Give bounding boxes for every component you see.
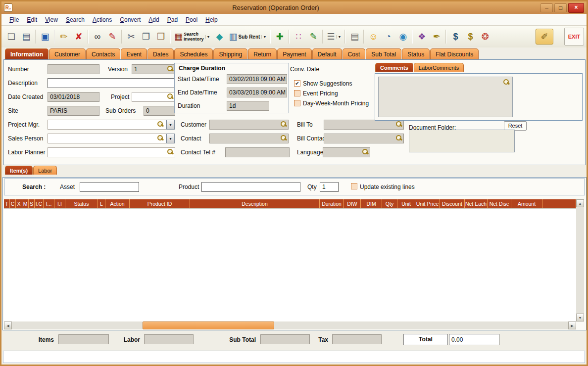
tab-default[interactable]: Default [312,48,342,59]
col-product-id[interactable]: Product ID [130,199,190,208]
duration-field[interactable]: 1d [227,101,269,111]
contact-field[interactable] [209,134,289,143]
close-button[interactable]: × [568,3,584,13]
print-button[interactable]: ▤ [19,28,34,45]
scroll-down-button[interactable]: ▼ [576,314,584,321]
menu-pool[interactable]: Pool [182,15,201,25]
tab-flat-discounts[interactable]: Flat Discounts [430,48,479,59]
stack-button[interactable]: ☰ ▼ [325,28,343,45]
version-search-magnifier-icon[interactable] [167,65,174,73]
menu-edit[interactable]: Edit [23,15,41,25]
books-button[interactable]: ❖ [414,28,429,45]
contact-search-magnifier-icon[interactable] [280,135,288,142]
col-net-disc[interactable]: Net Disc [488,199,511,208]
people-gears-button[interactable]: ❂ [478,28,492,45]
menu-file[interactable]: File [5,15,23,25]
col-idots[interactable]: I... [44,199,54,208]
project-mgr-field[interactable] [48,120,166,130]
col-m[interactable]: M [22,199,29,208]
col-duration[interactable]: Duration [320,199,344,208]
tab-return[interactable]: Return [248,48,277,59]
col-net-each[interactable]: Net Each [465,199,488,208]
number-field[interactable] [48,64,99,74]
search-inventory-button[interactable]: ▦ Search Inventory ▼ [172,28,212,45]
bill-to-search-magnifier-icon[interactable] [395,121,403,128]
bill-to-field[interactable] [324,120,404,130]
tab-event[interactable]: Event [121,48,147,59]
col-discount[interactable]: Discount [440,199,465,208]
col-diw[interactable]: DIW [344,199,361,208]
menu-view[interactable]: View [41,15,62,25]
tab-sub-total[interactable]: Sub Total [366,48,401,59]
document-folder-textarea[interactable] [409,130,515,152]
col-x[interactable]: X [16,199,22,208]
product-search-input[interactable] [201,182,300,192]
col-unit[interactable]: Unit [397,199,415,208]
project-search-magnifier-icon[interactable] [167,93,174,100]
menu-pad[interactable]: Pad [163,15,182,25]
delete-button[interactable]: ✘ [71,28,86,45]
menu-add[interactable]: Add [145,15,163,25]
project-mgr-dropdown-button[interactable]: ▼ [166,120,175,130]
tab-contacts[interactable]: Contacts [86,48,120,59]
contact-tel-field[interactable] [225,147,290,157]
chevron-down-icon[interactable]: ▼ [261,35,266,39]
wand-button[interactable]: ✐ [536,29,553,45]
tab-labor[interactable]: Labor [33,166,57,175]
bill-contact-field[interactable] [324,134,404,143]
col-action[interactable]: Action [105,199,130,208]
spheres-button[interactable]: ∷ [291,28,306,45]
shapes-button[interactable]: ◆ [212,28,227,45]
exit-button[interactable]: EXIT [564,28,584,46]
col-l[interactable]: L [98,199,105,208]
col-amount[interactable]: Amount [511,199,542,208]
tab-information[interactable]: Information [5,48,49,59]
start-datetime-field[interactable]: 03/02/2018 09:00 AM [227,74,287,84]
grid-body[interactable] [4,208,576,321]
update-existing-lines-checkbox[interactable] [351,183,357,189]
sub-rent-button[interactable]: ▥ Sub Rent ▼ [227,28,268,45]
labor-planner-search-magnifier-icon[interactable] [167,148,174,156]
menu-help[interactable]: Help [201,15,222,25]
tab-labor-comments[interactable]: LaborComments [414,63,464,72]
col-description[interactable]: Description [190,199,320,208]
col-ic[interactable]: I.C [35,199,44,208]
edit-button[interactable]: ✏ [56,28,71,45]
chevron-down-icon[interactable]: ▼ [336,35,341,39]
col-ii[interactable]: I.I [54,199,65,208]
col-qty[interactable]: Qty [382,199,397,208]
tab-items[interactable]: Item(s) [5,166,33,175]
menu-convert[interactable]: Convert [116,15,145,25]
col-c[interactable]: C [10,199,16,208]
tab-shipping[interactable]: Shipping [213,48,247,59]
cd-button[interactable]: ◉ [395,28,410,45]
tab-comments[interactable]: Comments [375,63,413,72]
scroll-left-button[interactable]: ◀ [4,321,12,329]
dollar-list-button[interactable]: $ [463,28,478,45]
col-unit-price[interactable]: Unit Price [415,199,440,208]
col-s[interactable]: S [29,199,35,208]
add-line-button[interactable]: ✚ [272,28,287,45]
tab-customer[interactable]: Customer [49,48,86,59]
day-week-month-pricing-checkbox[interactable] [294,100,300,106]
tab-status[interactable]: Status [402,48,430,59]
col-dim[interactable]: DIM [361,199,382,208]
network-printer-button[interactable]: ▤ [347,28,362,45]
sub-orders-field[interactable]: 0 [144,106,175,116]
find-edit-button[interactable]: ✎ [105,28,120,45]
note-edit-button[interactable]: ✎ [306,28,321,45]
comments-search-magnifier-icon[interactable] [503,79,510,86]
bill-contact-search-magnifier-icon[interactable] [395,135,403,142]
qty-input[interactable]: 1 [320,182,339,192]
customer-field[interactable] [209,120,289,130]
menu-search[interactable]: Search [62,15,89,25]
labor-planner-field[interactable] [48,147,175,157]
site-field[interactable]: PARIS [48,106,99,116]
sales-person-field[interactable] [48,134,166,143]
new-document-button[interactable]: ❏ [4,28,19,45]
tab-payment[interactable]: Payment [277,48,311,59]
horizontal-scrollbar[interactable] [4,321,576,329]
sales-person-search-magnifier-icon[interactable] [157,135,164,142]
show-suggestions-checkbox[interactable]: ✔ [294,80,300,87]
tab-dates[interactable]: Dates [147,48,174,59]
